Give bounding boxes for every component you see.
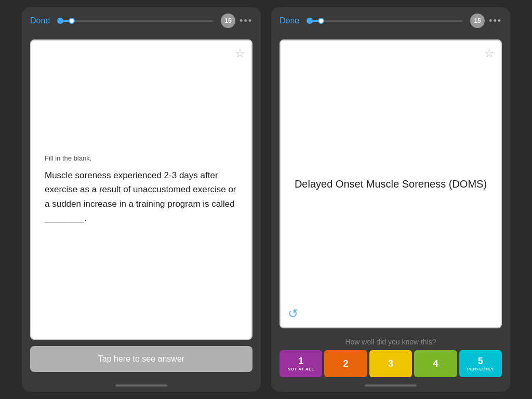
flashcard-back: ☆ Delayed Onset Muscle Soreness (DOMS) ↺: [280, 39, 502, 328]
flashcard-front: ☆ Fill in the blank. Muscle soreness exp…: [30, 39, 252, 340]
card-question: Muscle soreness experienced 2-3 days aft…: [45, 168, 238, 225]
rating-button-4[interactable]: 4: [414, 350, 457, 377]
fill-blank-label: Fill in the blank.: [45, 154, 238, 162]
rating-5-text: PERFECTLY: [467, 367, 494, 371]
done-button[interactable]: Done: [30, 16, 50, 25]
left-phone-panel: Done 15 ••• ☆ Fill in the blank. Muscle …: [22, 7, 261, 392]
more-menu-button[interactable]: •••: [240, 16, 252, 26]
star-icon[interactable]: ☆: [235, 47, 245, 60]
rating-label: How well did you know this?: [280, 338, 502, 346]
rating-5-number: 5: [478, 356, 483, 366]
rating-button-2[interactable]: 2: [324, 350, 367, 377]
flip-card-icon[interactable]: ↺: [288, 307, 298, 321]
card-content: Fill in the blank. Muscle soreness exper…: [39, 49, 243, 330]
progress-line: [62, 20, 214, 22]
rating-button-5[interactable]: 5 PERFECTLY: [459, 350, 502, 377]
progress-track: [57, 18, 214, 24]
rating-2-number: 2: [343, 359, 349, 368]
home-bar: [115, 384, 167, 387]
rating-button-3[interactable]: 3: [369, 350, 412, 377]
rating-4-number: 4: [433, 359, 438, 368]
right-progress-total: 15: [470, 14, 485, 28]
right-card-content: Delayed Onset Muscle Soreness (DOMS): [289, 49, 493, 319]
progress-dot-start: [57, 18, 63, 24]
card-answer: Delayed Onset Muscle Soreness (DOMS): [294, 176, 487, 192]
rating-1-text: NOT AT ALL: [288, 367, 314, 371]
right-star-icon[interactable]: ☆: [484, 47, 495, 60]
tap-to-see-answer-button[interactable]: Tap here to see answer: [30, 346, 252, 372]
right-header: Done 15 •••: [271, 7, 510, 34]
right-done-button[interactable]: Done: [280, 16, 299, 25]
rating-3-number: 3: [388, 359, 393, 368]
right-home-bar: [365, 384, 417, 387]
rating-buttons: 1 NOT AT ALL 2 3 4 5 PERFECTLY: [280, 350, 502, 377]
right-home-indicator: [271, 379, 510, 392]
right-card-area: ☆ Delayed Onset Muscle Soreness (DOMS) ↺: [271, 34, 510, 334]
right-progress-dot-current: [318, 18, 324, 24]
left-header: Done 15 •••: [22, 7, 261, 34]
rating-button-1[interactable]: 1 NOT AT ALL: [280, 350, 322, 377]
left-card-area: ☆ Fill in the blank. Muscle soreness exp…: [22, 34, 261, 379]
right-progress-line: [312, 20, 463, 22]
home-indicator: [22, 379, 261, 392]
progress-dot-current: [69, 18, 75, 24]
rating-section: How well did you know this? 1 NOT AT ALL…: [271, 334, 510, 379]
right-progress-track: [307, 18, 463, 24]
right-phone-panel: Done 15 ••• ☆ Delayed Onset Muscle Soren…: [271, 7, 510, 392]
right-more-menu-button[interactable]: •••: [489, 16, 502, 26]
rating-1-number: 1: [298, 356, 303, 366]
right-progress-dot-start: [307, 18, 313, 24]
progress-total: 15: [221, 14, 235, 28]
